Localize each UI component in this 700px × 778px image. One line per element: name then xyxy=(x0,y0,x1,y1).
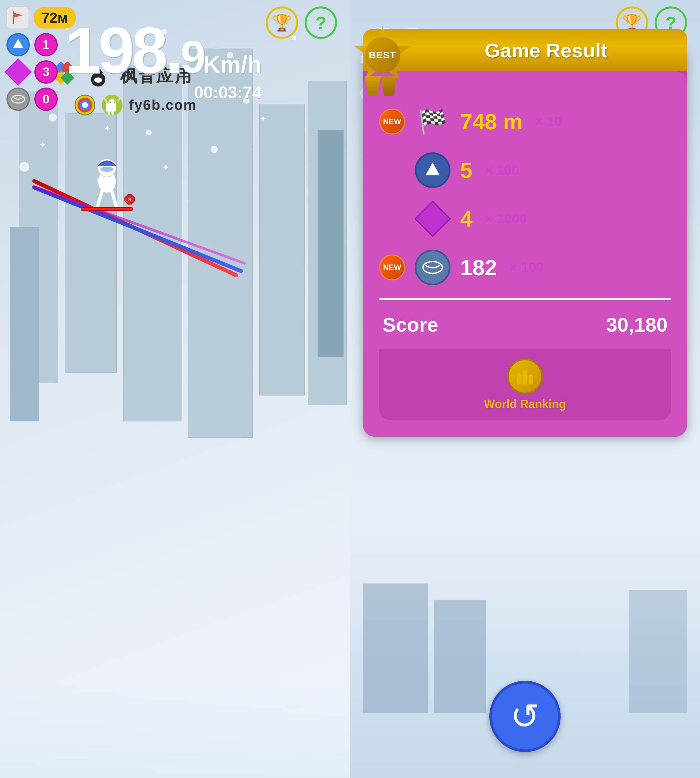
left-top-icons: 🏆 ? xyxy=(266,7,337,39)
world-ranking-label: World Ranking xyxy=(484,397,566,411)
screen: ✦ ✦ ✦ ✦ xyxy=(0,0,700,778)
up-arrow-icon xyxy=(7,33,30,57)
result-row-distance: NEW 🏁 748 m × 10 xyxy=(379,104,671,139)
ski-multiplier: × 100 xyxy=(509,260,543,275)
ski-result-icon xyxy=(415,250,450,285)
replay-button[interactable]: ↺ xyxy=(489,681,561,752)
svg-rect-25 xyxy=(517,377,522,384)
ski-count-badge: 0 xyxy=(34,87,58,111)
svg-marker-20 xyxy=(13,13,22,18)
ski-value: 182 xyxy=(460,255,497,280)
left-speed-main: 198. xyxy=(65,14,180,86)
left-speed-display: 198.9Km/h 00:03:74 xyxy=(65,18,262,102)
left-background: ✦ ✦ ✦ ✦ xyxy=(0,0,350,778)
score-row: Score 30,180 xyxy=(379,310,671,339)
flag-button[interactable] xyxy=(7,7,29,29)
diamond-count-badge: 3 xyxy=(34,60,58,83)
new-badge-distance: NEW xyxy=(379,109,405,135)
ranking-trophy-icon xyxy=(507,359,543,394)
best-badge: BEST xyxy=(353,26,412,84)
score-value: 30,180 xyxy=(606,313,668,336)
distance-value: 748 m xyxy=(460,109,523,134)
result-row-diamond: 4 × 1000 xyxy=(379,201,671,237)
modal-content: NEW 🏁 748 m × 10 5 × 100 xyxy=(363,71,687,437)
gold-banner: Game Result xyxy=(363,29,687,71)
svg-marker-23 xyxy=(425,162,440,175)
score-label: Score xyxy=(382,313,438,336)
diamond-icon xyxy=(7,60,30,83)
modal-title: Game Result xyxy=(485,39,607,62)
left-speed-unit: Km/h xyxy=(203,52,262,77)
result-row-ski: NEW 182 × 100 xyxy=(379,250,671,285)
right-panel: 🏆 ? 41.2Km/h 00:29:24 BEST xyxy=(350,0,700,778)
up-arrow-result-icon xyxy=(415,152,450,188)
svg-text:✕: ✕ xyxy=(128,197,132,202)
left-panel: ✦ ✦ ✦ ✦ xyxy=(0,0,350,778)
ski-icon xyxy=(7,87,30,111)
replay-icon: ↺ xyxy=(510,696,540,737)
world-ranking-button[interactable]: World Ranking xyxy=(379,349,671,421)
checkered-flag-icon: 🏁 xyxy=(415,104,450,139)
up-value: 5 xyxy=(460,157,472,183)
diamond-multiplier: × 1000 xyxy=(485,211,527,227)
svg-rect-5 xyxy=(81,207,133,211)
left-speed-decimal: 9 xyxy=(180,32,203,82)
help-button-left[interactable]: ? xyxy=(305,7,337,39)
best-label: BEST xyxy=(365,37,400,73)
skier-icon: ✕ xyxy=(71,155,143,237)
svg-rect-29 xyxy=(528,379,533,384)
result-row-up: 5 × 100 xyxy=(379,152,671,188)
new-badge-ski: NEW xyxy=(379,254,405,280)
svg-marker-21 xyxy=(13,39,23,48)
svg-point-2 xyxy=(100,167,113,172)
svg-line-4 xyxy=(112,191,117,207)
score-divider xyxy=(379,298,671,300)
svg-point-28 xyxy=(523,370,527,374)
game-result-modal: BEST Game Result NEW 🏁 748 m × 10 xyxy=(363,45,687,437)
distance-multiplier: × 10 xyxy=(535,114,562,129)
svg-point-26 xyxy=(517,373,522,378)
up-multiplier: × 100 xyxy=(485,162,519,178)
svg-rect-27 xyxy=(523,374,527,384)
trophy-button-left[interactable]: 🏆 xyxy=(266,7,298,39)
diamond-result-icon xyxy=(415,201,450,237)
svg-point-30 xyxy=(528,374,533,379)
up-count-badge: 1 xyxy=(34,33,58,57)
diamond-value: 4 xyxy=(460,206,472,232)
svg-line-3 xyxy=(97,191,102,207)
